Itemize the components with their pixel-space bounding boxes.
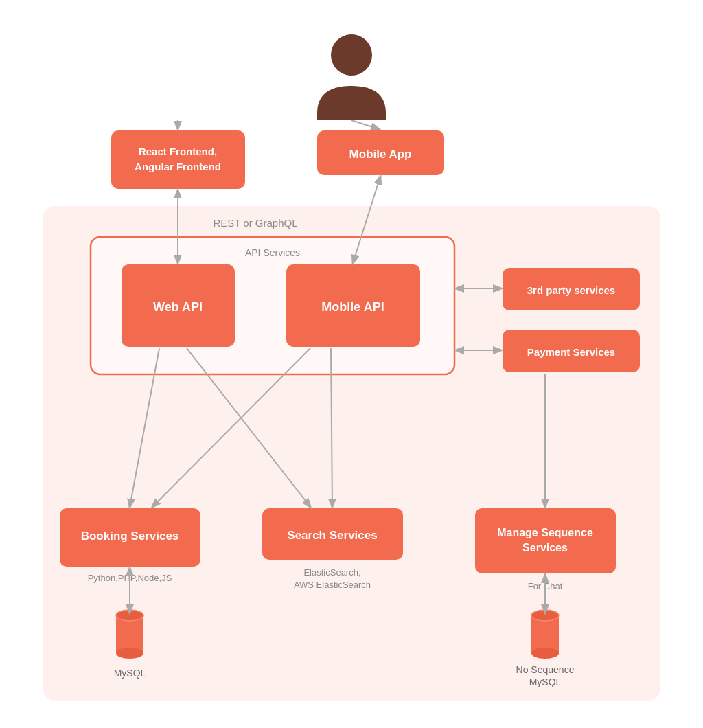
web-api-label: Web API [153,300,203,314]
api-services-label: API Services [245,247,300,258]
booking-db-label: MySQL [114,668,146,679]
manage-db-label2: MySQL [529,676,562,687]
third-party-label: 3rd party services [527,284,615,296]
rest-label: REST or GraphQL [213,217,297,229]
booking-services-label: Booking Services [81,530,179,543]
manage-sequence-box [475,508,616,573]
search-sub-label2: AWS ElasticSearch [294,580,371,590]
diagram-container: React Frontend, Angular Frontend Mobile … [22,0,681,728]
search-sub-label1: ElasticSearch, [303,567,360,578]
mobile-app-label: Mobile App [349,148,412,161]
react-frontend-label2: Angular Frontend [135,161,221,172]
booking-db-bottom [116,648,143,659]
arrow-user-to-mobile [352,120,379,129]
manage-sequence-label2: Services [522,542,568,554]
full-diagram-svg: React Frontend, Angular Frontend Mobile … [22,14,681,714]
payment-services-label: Payment Services [527,346,615,358]
react-frontend-label: React Frontend, [139,146,217,157]
user-body [317,86,386,120]
manage-db-bottom [531,648,559,659]
mobile-api-label: Mobile API [321,300,384,314]
manage-db-label1: No Sequence [516,664,575,675]
user-head [331,34,372,76]
search-services-label: Search Services [287,529,377,542]
manage-sequence-label1: Manage Sequence [497,527,593,538]
react-frontend-box [111,130,245,189]
